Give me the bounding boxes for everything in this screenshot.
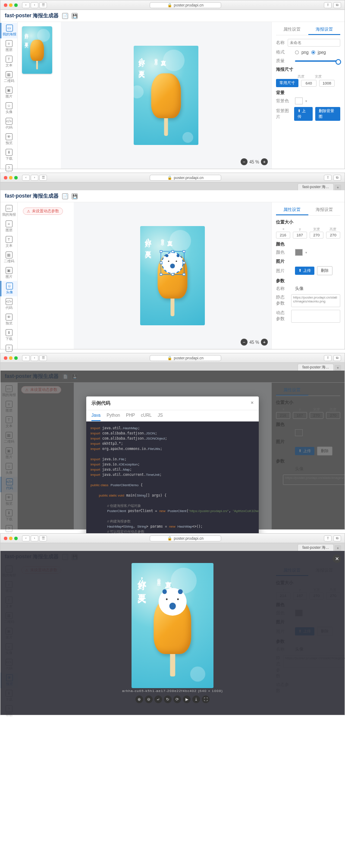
name-input[interactable] (288, 39, 340, 47)
browser-chrome: ‹›☰ 🔒poster.prodapi.cn ⇪⧉ (0, 173, 345, 182)
lightbox-toolbar: ⊕ ⊖ ⤾ ↻ ⟳ ▶ ⤓ ⛶ (135, 695, 210, 703)
w-input[interactable]: 270 (310, 232, 324, 239)
upload-bg-button[interactable]: ⬆ 上传 (294, 107, 313, 121)
warning-chip: ⚠ 未设置动态参数 (23, 208, 63, 215)
lb-rotate-r[interactable]: ⟳ (173, 695, 181, 703)
code-tab-php[interactable]: PHP (126, 410, 135, 421)
quality-slider[interactable] (295, 60, 340, 62)
preview-poster: 你好，夏天 香日百月十二 立夏 (132, 563, 213, 688)
lb-fullscreen[interactable]: ⛶ (202, 695, 210, 703)
thumbnail-column: 你好，夏天 (18, 22, 61, 169)
zoom-out[interactable]: − (241, 158, 248, 165)
address-bar[interactable]: 🔒poster.prodapi.cn (150, 2, 221, 8)
app-title: fast-poster 海报生成器 (5, 12, 59, 19)
sidebar-item-preview[interactable]: 👁预览 (0, 132, 17, 147)
share-icon[interactable]: ⇪ (324, 2, 332, 8)
sidebar-item-myposters[interactable]: ▭我的海报 (0, 23, 17, 38)
code-tab-java[interactable]: Java (91, 410, 100, 421)
modal-overlay[interactable]: 示例代码× Java Python PHP cURL JS import jav… (0, 371, 345, 529)
modal-title: 示例代码 (91, 400, 110, 406)
lb-rotate-l[interactable]: ↻ (164, 695, 172, 703)
lightbox-info: arhha-cu65-k5h1-ae17-208e22f4bc402 (640 … (122, 689, 223, 693)
sidebar-item-text[interactable]: T文本 (0, 54, 17, 69)
zoom-level: 45 % (249, 160, 259, 164)
nav-fwd[interactable]: › (31, 2, 38, 8)
section-bg: 背景 (276, 90, 340, 96)
address-bar[interactable]: 🔒poster.prodapi.cn (150, 175, 221, 181)
modal-close[interactable]: × (251, 400, 254, 406)
poster-canvas[interactable]: 你好，夏天 香日百月十二 立夏 (140, 226, 205, 325)
color-swatch[interactable] (295, 249, 303, 256)
poster-text-title: 立夏 (160, 56, 167, 58)
screenshot-3: ‹›☰ 🔒poster.prodapi.cn ⇪⧉ fast-poster 海.… (0, 353, 345, 530)
height-input[interactable]: 640 (301, 80, 317, 87)
screenshot-4: ‹›☰ 🔒poster.prodapi.cn ⇪⧉ fast-poster 海.… (0, 533, 345, 715)
sidebar: ▭我的海报 ≡图层 T文本 ▦二维码 ▣图片 ☺头像 </>代码 👁预览 ⬇下载… (0, 22, 18, 169)
radio-png[interactable] (295, 50, 299, 54)
nav-sidebar[interactable]: ☰ (39, 2, 47, 8)
bgcolor-swatch[interactable] (295, 97, 303, 104)
static-param-input[interactable]: https://poster.prodapi.cn/static/images/… (291, 294, 340, 307)
h-input[interactable]: 270 (326, 232, 340, 239)
preset-size-button[interactable]: 常用尺寸 (276, 79, 298, 87)
app-header: fast-poster 海报生成器 📄 💾 (0, 10, 345, 22)
sidebar-item-code[interactable]: </>代码 (0, 116, 17, 132)
param-name: 头像 (295, 286, 304, 292)
poster-canvas[interactable]: 你好，夏天 香日百月十二 立夏 (134, 46, 198, 145)
poster-text-main: 你好，夏天 (138, 53, 146, 69)
sidebar-item-layers[interactable]: ≡图层 (0, 38, 17, 54)
sidebar-item-qrcode[interactable]: ▦二维码 (0, 69, 17, 85)
width-input[interactable]: 1008 (319, 80, 335, 87)
poster-thumbnail[interactable]: 你好，夏天 (22, 26, 52, 74)
tab-poster[interactable]: 海报设置 (308, 25, 341, 35)
sidebar-item-avatar[interactable]: ☺头像 (0, 281, 17, 296)
screenshot-2: ‹›☰ 🔒poster.prodapi.cn ⇪⧉ fast-poster 海.… (0, 173, 345, 349)
avatar-element[interactable] (162, 252, 184, 274)
delete-img-button[interactable]: 删除 (317, 266, 332, 275)
tab-attr[interactable]: 属性设置 (276, 25, 308, 35)
code-tab-js[interactable]: JS (158, 410, 163, 421)
screenshot-1: ‹ › ☰ 🔒poster.prodapi.cn ⇪ ⧉ fast-poster… (0, 0, 345, 169)
browser-chrome: ‹ › ☰ 🔒poster.prodapi.cn ⇪ ⧉ (0, 0, 345, 10)
x-input[interactable]: 216 (276, 232, 290, 239)
browser-tab[interactable]: fast-poster 海... (298, 183, 334, 190)
zoom-in[interactable]: + (261, 158, 268, 165)
section-size: 海报尺寸 (276, 66, 340, 72)
tabs-icon[interactable]: ⧉ (333, 2, 341, 8)
lb-zoom-in[interactable]: ⊕ (135, 695, 143, 703)
upload-img-button[interactable]: ⬆ 上传 (295, 267, 314, 275)
radio-jpeg[interactable] (311, 50, 315, 54)
sidebar-item-download[interactable]: ⬇下载 (0, 147, 17, 163)
sidebar-item-avatar[interactable]: ☺头像 (0, 101, 17, 116)
preview-lightbox[interactable]: ✕ 你好，夏天 香日百月十二 立夏 arhha-cu65-k5h1-ae17-2… (0, 551, 345, 715)
dynamic-param-input[interactable] (291, 310, 340, 323)
new-tab[interactable]: + (335, 185, 341, 190)
code-tab-curl[interactable]: cURL (141, 410, 152, 421)
nav-back[interactable]: ‹ (22, 2, 30, 8)
poster-text-sub: 香日百月十二 (153, 56, 158, 61)
sidebar-item-image[interactable]: ▣图片 (0, 85, 17, 101)
lb-play[interactable]: ▶ (183, 695, 191, 703)
sidebar-item-myposters[interactable]: ▭我的海报 (0, 203, 17, 219)
new-file-icon[interactable]: 📄 (62, 13, 68, 19)
remove-bg-button[interactable]: 删除背景图 (315, 107, 340, 121)
right-panel: 属性设置 海报设置 名称 格式 png jpeg 质量 海报尺寸 高度宽度 常用… (271, 22, 345, 169)
lb-download[interactable]: ⤓ (192, 695, 200, 703)
canvas[interactable]: 你好，夏天 香日百月十二 立夏 − 45 % + (61, 22, 271, 169)
zoom-controls: − 45 % + (241, 158, 268, 165)
lightbox-close[interactable]: ✕ (332, 554, 341, 563)
lb-reset[interactable]: ⤾ (154, 695, 162, 703)
y-input[interactable]: 187 (293, 232, 307, 239)
save-icon[interactable]: 💾 (72, 13, 78, 19)
lb-zoom-out[interactable]: ⊖ (145, 695, 153, 703)
code-tab-python[interactable]: Python (107, 410, 120, 421)
